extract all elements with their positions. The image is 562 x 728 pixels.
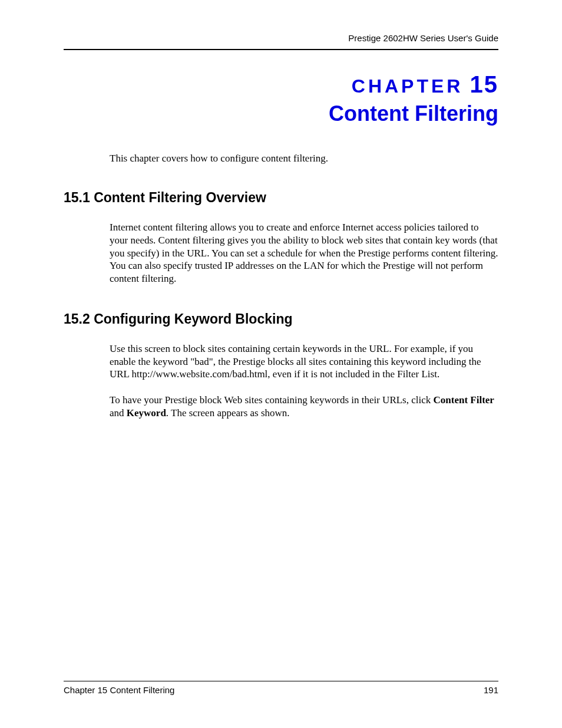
- bold-text: Keyword: [127, 407, 166, 419]
- chapter-intro: This chapter covers how to configure con…: [110, 152, 498, 165]
- footer-chapter-ref: Chapter 15 Content Filtering: [64, 685, 174, 695]
- chapter-heading: CHAPTER 15 Content Filtering: [64, 71, 498, 126]
- header-rule: [64, 49, 498, 50]
- section-heading-15-1: 15.1 Content Filtering Overview: [64, 190, 498, 206]
- page-footer: Chapter 15 Content Filtering 191: [64, 681, 498, 695]
- chapter-title: Content Filtering: [64, 101, 498, 126]
- text-run: . The screen appears as shown.: [166, 407, 290, 419]
- running-header: Prestige 2602HW Series User's Guide: [64, 33, 498, 49]
- footer-rule: [64, 681, 498, 681]
- chapter-word: CHAPTER: [352, 75, 464, 97]
- chapter-number: 15: [470, 71, 499, 97]
- section-heading-15-2: 15.2 Configuring Keyword Blocking: [64, 311, 498, 327]
- bold-text: Content Filter: [434, 394, 494, 406]
- chapter-label: CHAPTER 15: [64, 71, 498, 98]
- page-number: 191: [484, 685, 498, 695]
- paragraph: To have your Prestige block Web sites co…: [110, 394, 498, 420]
- paragraph: Internet content filtering allows you to…: [110, 221, 498, 285]
- document-page: Prestige 2602HW Series User's Guide CHAP…: [0, 0, 562, 728]
- text-run: and: [110, 407, 127, 419]
- paragraph: Use this screen to block sites containin…: [110, 342, 498, 381]
- text-run: To have your Prestige block Web sites co…: [110, 394, 434, 406]
